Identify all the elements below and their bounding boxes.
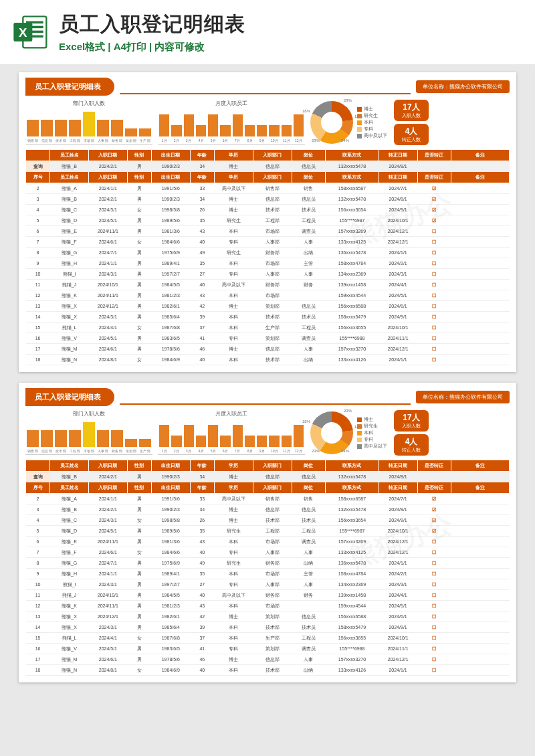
divider [120, 93, 411, 94]
hero-title: 员工入职登记明细表 [59, 11, 245, 38]
table-row[interactable]: 11熊猫_J2024/10/1男1984/5/540高中及以下财务部财务139x… [26, 280, 510, 290]
edu-donut-chart: 23% 12% 24% 23% 18% 博士研究生本科专科高中及以下 17人入职… [310, 410, 510, 456]
sheet-title: 员工入职登记明细表 [25, 78, 114, 96]
chart-legend: 博士研究生本科专科高中及以下 [357, 416, 387, 450]
table-row[interactable]: 16熊猫_V2024/5/1男1983/6/541专科策划部调查员155****… [26, 333, 510, 344]
stat-card-hires: 17人入职人数 [394, 410, 429, 432]
dept-bar-chart: 部门入职人数 销售部信息部技术部工程部市场部人事部财务部策划部生产部 [25, 410, 152, 456]
month-bar-chart: 月度入职员工 1月2月3月4月5月6月7月8月9月10月11月12月 [158, 100, 305, 145]
spreadsheet-preview: 员工入职登记明细表 单位名称：熊猫办公软件有限公司 部门入职人数 销售部信息部技… [19, 383, 516, 682]
table-row[interactable]: 5熊猫_D2024/5/1男1989/5/635研究生工程部工程员155****… [26, 526, 510, 537]
employee-table: 员工姓名入职日期性别出生日期年龄学历入职部门岗位联系方式转正日期是否转正备注 查… [25, 460, 510, 676]
chart-title: 月度入职员工 [158, 410, 305, 417]
table-row[interactable]: 5熊猫_D2024/5/1男1989/5/635研究生工程部工程员155****… [26, 215, 510, 226]
hero-subtitle: Excel格式 | A4打印 | 内容可修改 [59, 41, 245, 54]
table-row[interactable]: 13熊猫_X2024/12/1男1982/6/142博士策划部信息员156xxx… [26, 301, 510, 312]
table-row[interactable]: 14熊猫_X2024/3/1男1985/6/439本科技术部技术员158xxxx… [26, 312, 510, 322]
divider [120, 403, 411, 405]
unit-badge: 单位名称：熊猫办公软件有限公司 [416, 80, 510, 93]
table-row[interactable]: 8熊猫_G2024/7/1男1975/6/949研究生财务部出纳136xxxx5… [26, 558, 510, 569]
employee-table: 员工姓名入职日期性别出生日期年龄学历入职部门岗位联系方式转正日期是否转正备注 查… [25, 149, 510, 365]
table-row[interactable]: 6熊猫_E2024/11/1男1981/3/643本科市场部调查员157xxxx… [26, 226, 510, 237]
table-row[interactable]: 13熊猫_X2024/12/1男1982/6/142博士策划部信息员156xxx… [26, 611, 510, 622]
table-row[interactable]: 3熊猫_B2024/2/1男1990/2/334博士信息部信息员132xxxx5… [26, 194, 510, 205]
table-row[interactable]: 7熊猫_F2024/6/1女1984/6/640专科人事部人事133xxxx41… [26, 237, 510, 248]
table-row[interactable]: 17熊猫_M2024/6/1男1978/5/646博士信息部人事157xxxx3… [26, 654, 510, 665]
table-row[interactable]: 7熊猫_F2024/6/1女1984/6/640专科人事部人事133xxxx41… [26, 547, 510, 558]
spreadsheet-preview: 员工入职登记明细表 单位名称：熊猫办公软件有限公司 部门入职人数 销售部信息部技… [19, 72, 516, 372]
table-row[interactable]: 9熊猫_H2024/1/1男1989/4/135本科市场部主管158xxxx47… [26, 258, 510, 269]
table-row[interactable]: 15熊猫_L2024/4/1女1987/6/837本科生产部工程员156xxxx… [26, 633, 510, 644]
table-row[interactable]: 11熊猫_J2024/10/1男1984/5/540高中及以下财务部财务139x… [26, 590, 510, 601]
table-row[interactable]: 4熊猫_C2024/3/1女1998/5/826博士技术部技术员156xxxx3… [26, 205, 510, 215]
stat-card-hires: 17人入职人数 [394, 100, 429, 121]
table-row[interactable]: 12熊猫_K2024/11/1男1981/2/343本科市场部159xxxx45… [26, 601, 510, 611]
table-row[interactable]: 9熊猫_H2024/1/1男1989/4/135本科市场部主管158xxxx47… [26, 569, 510, 579]
table-row[interactable]: 14熊猫_X2024/3/1男1985/6/439本科技术部技术员158xxxx… [26, 622, 510, 633]
search-row[interactable]: 查询熊猫_B2024/2/1男1990/2/334博士信息部信息员132xxxx… [26, 161, 510, 172]
table-row[interactable]: 12熊猫_K2024/11/1男1981/2/343本科市场部159xxxx45… [26, 290, 510, 301]
table-row[interactable]: 6熊猫_E2024/11/1男1981/3/643本科市场部调查员157xxxx… [26, 537, 510, 547]
table-row[interactable]: 10熊猫_I2024/3/1男1997/2/727专科人事部人事134xxxx2… [26, 579, 510, 590]
table-row[interactable]: 4熊猫_C2024/3/1女1998/5/826博士技术部技术员156xxxx3… [26, 515, 510, 526]
table-row[interactable]: 16熊猫_V2024/5/1男1983/6/541专科策划部调查员155****… [26, 644, 510, 654]
stat-card-regular: 4人转正人数 [394, 434, 429, 456]
table-row[interactable]: 18熊猫_N2024/8/1女1984/6/940本科技术部出纳133xxxx4… [26, 355, 510, 365]
month-bar-chart: 月度入职员工 1月2月3月4月5月6月7月8月9月10月11月12月 [158, 410, 305, 456]
excel-icon: X [12, 13, 49, 51]
svg-text:X: X [19, 25, 27, 39]
chart-title: 部门入职人数 [25, 100, 152, 107]
table-row[interactable]: 18熊猫_N2024/8/1女1984/6/940本科技术部出纳133xxxx4… [26, 665, 510, 676]
unit-badge: 单位名称：熊猫办公软件有限公司 [416, 391, 510, 403]
table-row[interactable]: 2熊猫_A2024/1/1男1991/5/633高中及以下销售部销售158xxx… [26, 494, 510, 504]
table-row[interactable]: 15熊猫_L2024/4/1女1987/6/837本科生产部工程员156xxxx… [26, 322, 510, 333]
table-row[interactable]: 10熊猫_I2024/3/1男1997/2/727专科人事部人事134xxxx2… [26, 269, 510, 280]
table-row[interactable]: 8熊猫_G2024/7/1男1975/6/949研究生财务部出纳136xxxx5… [26, 248, 510, 258]
table-row[interactable]: 3熊猫_B2024/2/1男1990/2/334博士信息部信息员132xxxx5… [26, 504, 510, 515]
stat-card-regular: 4人转正人数 [394, 124, 429, 145]
chart-legend: 博士研究生本科专科高中及以下 [357, 106, 387, 140]
dept-bar-chart: 部门入职人数 销售部信息部技术部工程部市场部人事部财务部策划部生产部 [25, 100, 152, 145]
sheet-title: 员工入职登记明细表 [25, 388, 114, 406]
chart-title: 部门入职人数 [25, 410, 152, 417]
table-row[interactable]: 17熊猫_M2024/6/1男1978/5/646博士信息部人事157xxxx3… [26, 344, 510, 355]
search-row[interactable]: 查询熊猫_B2024/2/1男1990/2/334博士信息部信息员132xxxx… [26, 472, 510, 482]
chart-title: 月度入职员工 [158, 100, 305, 107]
table-row[interactable]: 2熊猫_A2024/1/1男1991/5/633高中及以下销售部销售158xxx… [26, 183, 510, 194]
edu-donut-chart: 23% 12% 24% 23% 18% 博士研究生本科专科高中及以下 17人入职… [310, 100, 510, 145]
hero-bar: X 员工入职登记明细表 Excel格式 | A4打印 | 内容可修改 [0, 0, 535, 64]
